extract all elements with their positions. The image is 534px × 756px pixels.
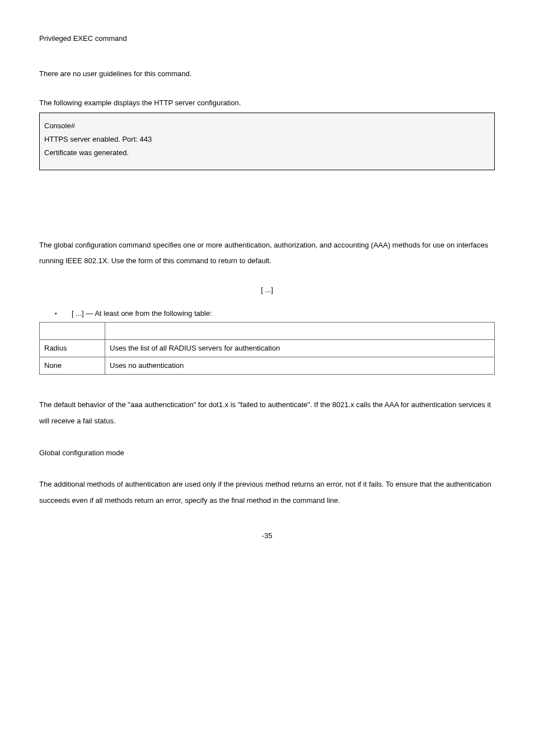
table-header — [40, 323, 105, 340]
user-guidelines-text2: The additional methods of authentication… — [39, 477, 495, 508]
table-cell-val: Uses no authentication — [105, 357, 495, 375]
param-list: [ ...] — At least one from the following… — [55, 309, 495, 319]
syntax-line: [ ...] — [39, 285, 495, 295]
command-mode-text2: Global configuration mode — [39, 445, 495, 461]
code-example-box: Console# HTTPS server enabled. Port: 443… — [39, 113, 495, 170]
code-line: Certificate was generated. — [44, 148, 490, 158]
desc-pre: The — [39, 241, 54, 249]
table-cell-key: Radius — [40, 340, 105, 357]
list-item: [ ...] — At least one from the following… — [55, 309, 495, 319]
guide-b: as the final method in the command line. — [209, 496, 340, 505]
bullet-text: [ ...] — At least one from the following… — [72, 309, 212, 318]
user-guidelines-text: There are no user guidelines for this co… — [39, 66, 495, 82]
table-cell-key: None — [40, 357, 105, 375]
table-cell-val: Uses the list of all RADIUS servers for … — [105, 340, 495, 357]
code-line: Console# — [44, 121, 490, 131]
table-row: None Uses no authentication — [40, 357, 495, 375]
methods-table: Radius Uses the list of all RADIUS serve… — [39, 322, 495, 375]
table-row — [40, 323, 495, 340]
table-header — [105, 323, 495, 340]
desc-post: form of this command to return to defaul… — [138, 256, 271, 265]
command-mode-text: Privileged EXEC command — [39, 34, 495, 44]
example-intro: The following example displays the HTTP … — [39, 98, 495, 108]
table-row: Radius Uses the list of all RADIUS serve… — [40, 340, 495, 357]
default-config-text: The default behavior of the "aaa authenc… — [39, 397, 495, 429]
page-number: -35 — [39, 531, 495, 541]
command-description: The global configuration command specifi… — [39, 237, 495, 269]
code-line: HTTPS server enabled. Port: 443 — [44, 134, 490, 144]
